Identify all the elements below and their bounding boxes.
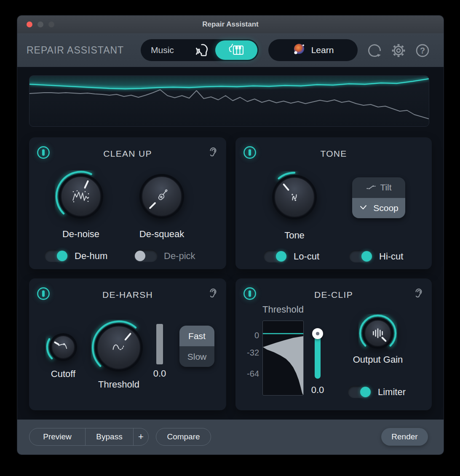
settings-gear-icon[interactable] [390, 42, 407, 59]
panel-title: DE-HARSH [29, 290, 226, 300]
mode-selector[interactable]: Music [141, 39, 259, 61]
app-title: REPAIR ASSISTANT [27, 33, 124, 67]
ear-icon[interactable] [412, 287, 425, 300]
clip-threshold-slider-handle[interactable] [312, 328, 323, 339]
knob-label: De-noise [62, 229, 99, 240]
tone-panel: TONE Tone Tilt [235, 137, 432, 269]
harsh-threshold-knob[interactable] [91, 320, 147, 375]
tilt-option[interactable]: Tilt [352, 177, 405, 198]
slow-option[interactable]: Slow [179, 346, 214, 367]
slider-value: 0.0 [311, 385, 324, 396]
mode-label: Music [151, 45, 174, 55]
threshold-label: Threshold [262, 304, 304, 315]
ear-icon[interactable] [207, 146, 219, 158]
gain-reduction-meter [156, 324, 163, 364]
add-button[interactable]: + [133, 428, 148, 446]
panel-title: DE-CLIP [235, 290, 432, 300]
hi-cut-toggle[interactable] [349, 250, 373, 262]
preview-button[interactable]: Preview [29, 428, 85, 446]
spectrum-svg [29, 76, 429, 126]
tone-knob[interactable] [268, 171, 321, 223]
window-title: Repair Assistant [17, 16, 444, 33]
panel-title: CLEAN UP [29, 149, 226, 159]
limiter-toggle[interactable] [348, 386, 372, 398]
toggle-label: Hi-cut [379, 251, 403, 262]
knob-label: De-squeak [139, 229, 184, 240]
toggle-label: Lo-cut [294, 251, 319, 262]
axis-label-32: -32 [239, 348, 259, 358]
plugin-window: Repair Assistant REPAIR ASSISTANT Music [17, 15, 444, 455]
scoop-icon [359, 203, 370, 213]
de-pick-toggle[interactable] [134, 250, 158, 262]
axis-label-64: -64 [239, 369, 259, 379]
footer-bar: Preview Bypass + Compare Render [17, 420, 444, 455]
output-gain-knob[interactable] [358, 314, 397, 353]
de-clip-panel: DE-CLIP Threshold 0 -32 -64 0.0 [235, 278, 432, 410]
tilt-scoop-selector: Tilt Scoop [352, 177, 405, 218]
svg-text:?: ? [420, 46, 425, 55]
help-icon[interactable]: ? [414, 42, 431, 59]
clip-histogram [262, 321, 304, 396]
toggle-label: Limiter [378, 387, 406, 398]
knob-label: Threshold [98, 379, 139, 390]
tilt-icon [366, 182, 377, 193]
knob-label: Tone [284, 230, 305, 241]
instruments-icon[interactable] [215, 40, 257, 60]
knob-label: Cutoff [51, 369, 75, 380]
panel-title: TONE [235, 149, 432, 159]
toggle-label: De-hum [75, 251, 107, 262]
render-button[interactable]: Render [381, 428, 428, 446]
de-harsh-panel: DE-HARSH Cutoff [29, 278, 226, 410]
spectrum-display [29, 75, 429, 127]
axis-label-0: 0 [239, 331, 259, 340]
lo-cut-toggle[interactable] [264, 250, 287, 262]
learn-button[interactable]: Learn [268, 39, 358, 61]
learn-label: Learn [311, 45, 334, 55]
history-icon[interactable] [366, 42, 383, 59]
de-noise-knob[interactable] [55, 170, 107, 222]
transport-button-group: Preview Bypass + [29, 428, 149, 446]
learn-orb-icon [292, 43, 306, 58]
header-bar: REPAIR ASSISTANT Music [17, 33, 444, 67]
voice-icon[interactable] [193, 42, 209, 59]
title-bar: Repair Assistant [17, 16, 444, 34]
toggle-label: De-pick [164, 251, 195, 262]
de-squeak-knob[interactable] [136, 170, 188, 222]
bypass-button[interactable]: Bypass [85, 428, 133, 446]
compare-button[interactable]: Compare [156, 428, 211, 446]
fast-option[interactable]: Fast [179, 326, 214, 346]
ear-icon[interactable] [207, 287, 219, 300]
cutoff-knob[interactable] [45, 329, 81, 365]
scoop-option[interactable]: Scoop [352, 198, 405, 219]
fast-slow-selector: Fast Slow [179, 326, 214, 367]
clean-up-panel: CLEAN UP De-noise [29, 137, 226, 269]
knob-label: Output Gain [353, 354, 403, 365]
meter-value: 0.0 [153, 368, 166, 379]
de-hum-toggle[interactable] [45, 250, 68, 262]
